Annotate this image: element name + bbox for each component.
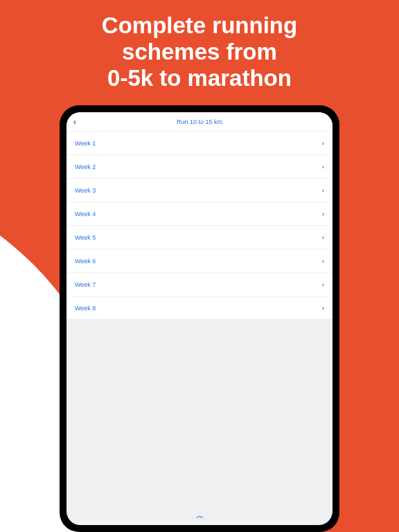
chevron-up-icon: ︿ bbox=[196, 511, 204, 521]
chevron-right-icon: › bbox=[322, 281, 324, 288]
list-item-week-5[interactable]: Week 5 › bbox=[66, 226, 332, 249]
device-screen: ‹ Run 10 to 15 km Week 1 › Week 2 › Week… bbox=[66, 112, 332, 525]
list-item-week-7[interactable]: Week 7 › bbox=[66, 273, 332, 296]
chevron-right-icon: › bbox=[322, 234, 324, 241]
marketing-headline: Complete running schemes from 0-5k to ma… bbox=[0, 0, 399, 91]
chevron-right-icon: › bbox=[322, 211, 324, 218]
list-item-week-6[interactable]: Week 6 › bbox=[66, 249, 332, 273]
list-item-week-4[interactable]: Week 4 › bbox=[66, 202, 332, 226]
list-item-week-3[interactable]: Week 3 › bbox=[66, 179, 332, 202]
week-label: Week 7 bbox=[75, 281, 96, 288]
chevron-right-icon: › bbox=[322, 305, 324, 312]
list-item-week-8[interactable]: Week 8 › bbox=[66, 296, 332, 320]
navigation-bar: ‹ Run 10 to 15 km bbox=[66, 112, 332, 132]
week-label: Week 3 bbox=[75, 187, 96, 194]
bottom-drawer-handle[interactable]: ︿ bbox=[66, 511, 332, 521]
back-button[interactable]: ‹ bbox=[73, 117, 76, 127]
list-item-week-2[interactable]: Week 2 › bbox=[66, 155, 332, 179]
chevron-right-icon: › bbox=[322, 140, 324, 147]
week-label: Week 4 bbox=[75, 211, 96, 218]
screen-title: Run 10 to 15 km bbox=[66, 118, 332, 125]
week-label: Week 1 bbox=[75, 140, 96, 147]
weeks-list: Week 1 › Week 2 › Week 3 › Week 4 › Week… bbox=[66, 132, 332, 320]
chevron-right-icon: › bbox=[322, 187, 324, 194]
headline-line-3: 0-5k to marathon bbox=[107, 65, 292, 91]
week-label: Week 8 bbox=[75, 305, 96, 312]
week-label: Week 6 bbox=[75, 258, 96, 265]
chevron-right-icon: › bbox=[322, 163, 324, 170]
week-label: Week 2 bbox=[75, 163, 96, 170]
week-label: Week 5 bbox=[75, 234, 96, 241]
headline-line-2: schemes from bbox=[122, 39, 277, 64]
list-item-week-1[interactable]: Week 1 › bbox=[66, 132, 332, 155]
device-frame: ‹ Run 10 to 15 km Week 1 › Week 2 › Week… bbox=[60, 105, 339, 532]
chevron-right-icon: › bbox=[322, 258, 324, 265]
headline-line-1: Complete running bbox=[102, 12, 297, 38]
